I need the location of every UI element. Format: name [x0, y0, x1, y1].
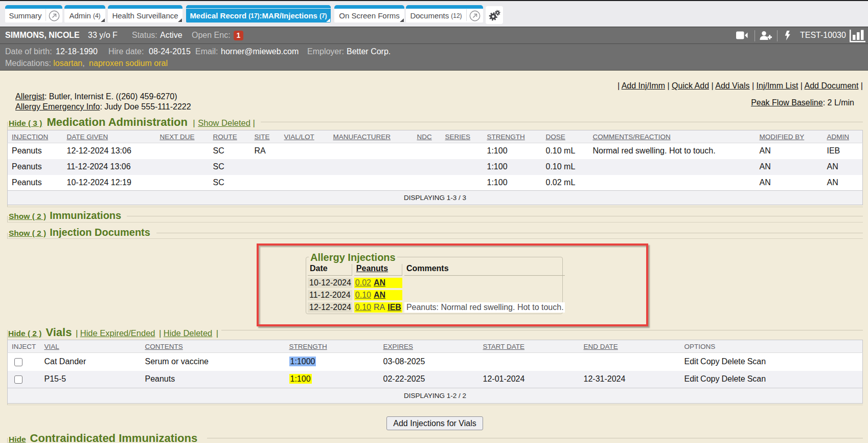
peanuts-column-link[interactable]: Peanuts: [356, 264, 388, 273]
initials-link[interactable]: AN: [374, 278, 385, 287]
scan-link[interactable]: Scan: [747, 374, 766, 383]
initials-link[interactable]: IEB: [387, 303, 401, 312]
col-site[interactable]: SITE: [250, 130, 280, 143]
injection-documents-section-header: Show ( 2 )Injection Documents: [9, 227, 150, 238]
show-deleted-link[interactable]: Show Deleted: [198, 118, 250, 127]
col-series[interactable]: SERIES: [441, 130, 483, 143]
employer-value: Better Corp.: [347, 47, 391, 56]
col-date-given[interactable]: DATE GIVEN: [63, 130, 156, 143]
immunizations-show-toggle[interactable]: Show ( 2 ): [9, 212, 46, 220]
injection-documents-show-toggle[interactable]: Show ( 2 ): [9, 229, 46, 237]
cell-admin: IEB: [823, 143, 863, 159]
mar-displaying-count: DISPLAYING 1-3 / 3: [8, 191, 863, 205]
col-strength[interactable]: STRENGTH: [285, 340, 379, 353]
cell-series: [441, 175, 483, 191]
cell-comments: [589, 159, 756, 175]
table-footer-row: DISPLAYING 1-3 / 3: [8, 191, 863, 205]
cell-options: EditCopyDeleteScan: [680, 371, 863, 388]
dose-link[interactable]: 0.10: [355, 303, 371, 312]
tab-documents[interactable]: Documents(12): [406, 5, 483, 23]
col-expires[interactable]: EXPIRES: [379, 340, 479, 353]
tab-on-screen-forms[interactable]: On Screen Forms: [334, 5, 404, 23]
add-contact-button[interactable]: [760, 31, 772, 40]
vials-section-title: Vials: [45, 326, 72, 339]
col-modified-by[interactable]: MODIFIED BY: [756, 130, 823, 143]
col-dose[interactable]: DOSE: [542, 130, 589, 143]
video-visit-button[interactable]: [736, 31, 748, 39]
copy-link[interactable]: Copy: [700, 374, 719, 383]
inject-checkbox[interactable]: [14, 375, 22, 384]
status-label: Status:: [132, 27, 157, 43]
delete-link[interactable]: Delete: [721, 374, 745, 383]
open-encounters-badge[interactable]: 1: [234, 31, 243, 40]
cell-date: 12-12-2024: [308, 302, 352, 313]
strength-highlight: 1:100: [289, 374, 312, 384]
tab-medical-record[interactable]: Medical Record (17) :MAR/Injections (7): [186, 5, 331, 23]
initials-link[interactable]: AN: [374, 291, 385, 299]
tab-admin[interactable]: Admin(4): [64, 5, 105, 23]
col-strength[interactable]: STRENGTH: [483, 130, 542, 143]
table-row[interactable]: Peanuts 12-12-2024 13:06 SC RA 1:100 0.1…: [8, 143, 863, 159]
tab-documents-external-button[interactable]: [467, 9, 483, 23]
col-manufacturer[interactable]: MANUFACTURER: [329, 130, 413, 143]
mar-section-title: Medication Administration: [47, 116, 187, 128]
add-injections-for-vials-button[interactable]: Add Injections for Vials: [386, 416, 483, 430]
col-ndc[interactable]: NDC: [413, 130, 441, 143]
dose-link[interactable]: 0.10: [355, 291, 371, 299]
settings-button[interactable]: [486, 6, 503, 24]
add-document-link[interactable]: Add Document: [805, 81, 859, 90]
quick-add-link[interactable]: Quick Add: [672, 81, 709, 90]
col-injection[interactable]: INJECTION: [8, 130, 63, 143]
immunizations-bottom-border: [7, 222, 863, 223]
table-header-row: INJECT VIAL CONTENTS STRENGTH EXPIRES ST…: [8, 340, 863, 353]
copy-link[interactable]: Copy: [700, 357, 719, 366]
tab-admin-count: (4): [93, 12, 101, 19]
tab-health-surveillance[interactable]: Health Surveillance: [108, 5, 182, 23]
injection-documents-bottom-border: [7, 238, 863, 239]
table-row[interactable]: Peanuts 11-12-2024 13:06 SC 1:100 0.10 m…: [8, 159, 863, 175]
hide-expired-ended-link[interactable]: Hide Expired/Ended: [80, 328, 155, 338]
tab-medical-record-suffix: :MAR/Injections: [260, 11, 317, 20]
col-peanuts[interactable]: Peanuts: [354, 264, 402, 276]
col-contents[interactable]: CONTENTS: [141, 340, 285, 353]
col-start-date[interactable]: START DATE: [479, 340, 580, 353]
col-date: Date: [308, 264, 352, 276]
cell-next-due: [156, 175, 209, 191]
patient-name[interactable]: SIMMONS, NICOLE: [5, 27, 80, 43]
add-inj-imm-link[interactable]: Add Inj/Imm: [622, 81, 665, 90]
col-comments-reaction[interactable]: COMMENTS/REACTION: [589, 130, 756, 143]
delete-link[interactable]: Delete: [721, 357, 745, 366]
col-vial-lot[interactable]: VIAL/LOT: [280, 130, 329, 143]
contraindicated-hide-toggle[interactable]: Hide: [9, 435, 26, 443]
peak-flow-baseline-link[interactable]: Peak Flow Baseline: [751, 98, 823, 107]
tab-summary[interactable]: Summary: [5, 5, 62, 23]
cell-vial-lot: [280, 159, 329, 175]
hide-deleted-link[interactable]: Hide Deleted: [164, 328, 212, 338]
scan-link[interactable]: Scan: [747, 357, 766, 366]
inj-imm-list-link[interactable]: Inj/Imm List: [757, 81, 798, 90]
col-route[interactable]: ROUTE: [209, 130, 250, 143]
table-row[interactable]: Peanuts 10-12-2024 12:19 SC 1:100 0.02 m…: [8, 175, 863, 191]
edit-link[interactable]: Edit: [684, 374, 699, 383]
cell-options: EditCopyDeleteScan: [680, 353, 863, 371]
mar-section-bottom-border: [7, 207, 863, 207]
col-next-due[interactable]: NEXT DUE: [156, 130, 209, 143]
edit-link[interactable]: Edit: [684, 357, 699, 366]
dose-link[interactable]: 0.02: [355, 278, 371, 287]
flowsheet-button[interactable]: [850, 30, 865, 42]
col-vial[interactable]: VIAL: [40, 340, 141, 353]
inject-checkbox[interactable]: [14, 358, 22, 366]
mar-hide-toggle[interactable]: Hide ( 3 ): [9, 119, 42, 127]
tab-documents-count: (12): [451, 12, 462, 19]
medication-link-losartan[interactable]: losartan: [53, 59, 82, 68]
add-vials-link[interactable]: Add Vials: [715, 81, 749, 90]
col-admin[interactable]: ADMIN: [823, 130, 863, 143]
tab-summary-external-button[interactable]: [46, 9, 62, 23]
cell-start-date: 12-01-2024: [479, 371, 580, 388]
quick-action-button[interactable]: [785, 31, 790, 40]
medications-label: Medications:: [5, 59, 51, 68]
vials-hide-toggle[interactable]: Hide ( 2 ): [8, 329, 41, 338]
medication-link-naproxen[interactable]: naproxen sodium oral: [89, 59, 168, 68]
col-end-date[interactable]: END DATE: [580, 340, 680, 353]
cell-admin: AN: [823, 159, 863, 175]
